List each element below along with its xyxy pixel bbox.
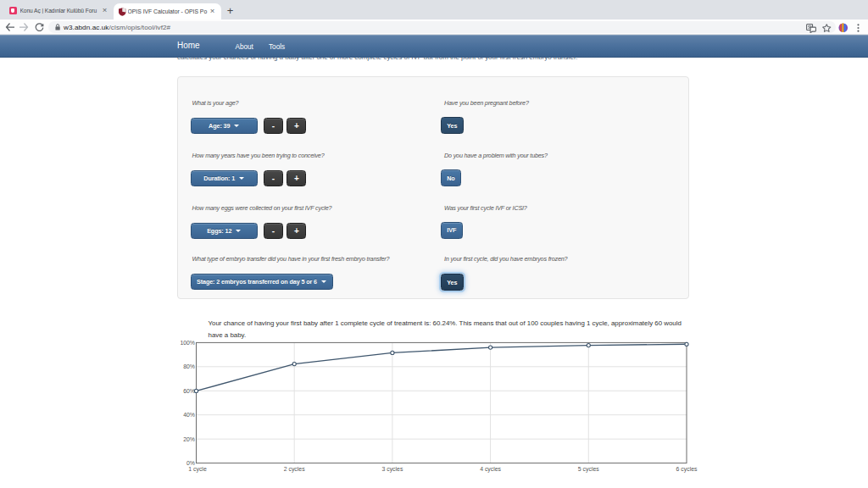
svg-text:5 cycles: 5 cycles: [578, 466, 599, 473]
svg-text:60%: 60%: [183, 388, 195, 394]
svg-text:1 cycle: 1 cycle: [188, 466, 207, 473]
svg-text:2 cycles: 2 cycles: [284, 466, 305, 473]
svg-text:6 cycles: 6 cycles: [676, 466, 698, 473]
svg-text:4 cycles: 4 cycles: [480, 466, 501, 473]
svg-text:100%: 100%: [180, 340, 195, 346]
svg-text:20%: 20%: [183, 436, 195, 442]
svg-text:80%: 80%: [183, 363, 195, 369]
svg-text:3 cycles: 3 cycles: [381, 466, 403, 473]
svg-text:40%: 40%: [183, 412, 195, 418]
